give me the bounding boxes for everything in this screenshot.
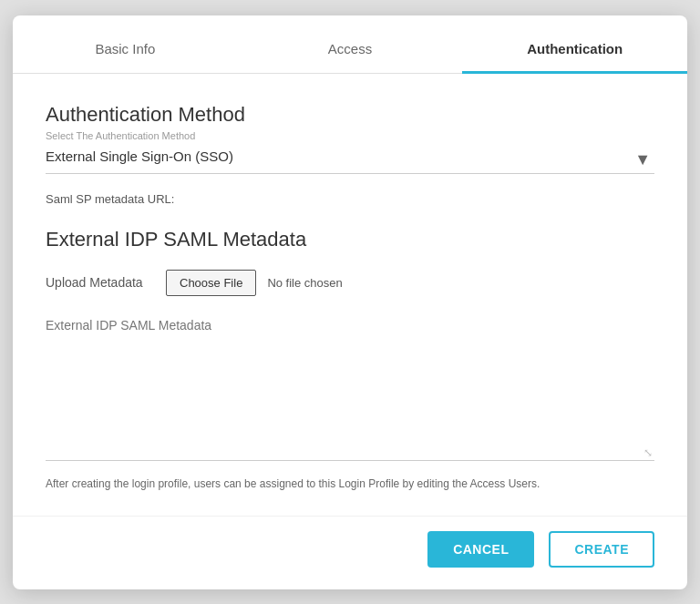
auth-field-label: Select The Authentication Method bbox=[46, 130, 654, 141]
upload-row: Upload Metadata Choose File No file chos… bbox=[46, 270, 654, 296]
tab-access[interactable]: Access bbox=[238, 15, 463, 74]
tab-authentication[interactable]: Authentication bbox=[462, 15, 687, 74]
auth-method-value: External Single Sign-On (SSO) bbox=[46, 147, 654, 166]
no-file-text: No file chosen bbox=[267, 276, 342, 290]
external-idp-title: External IDP SAML Metadata bbox=[46, 228, 654, 251]
tab-basic-info[interactable]: Basic Info bbox=[13, 15, 238, 74]
metadata-textarea-wrapper: ⤡ bbox=[46, 318, 654, 462]
cancel-button[interactable]: CANCEL bbox=[427, 531, 534, 568]
create-button[interactable]: CREATE bbox=[549, 531, 654, 568]
modal-overlay: Basic Info Access Authentication Authent… bbox=[0, 0, 700, 604]
tab-bar: Basic Info Access Authentication bbox=[13, 15, 687, 74]
saml-url-label: Saml SP metadata URL: bbox=[46, 192, 654, 206]
resize-icon: ⤡ bbox=[643, 446, 653, 459]
choose-file-button[interactable]: Choose File bbox=[166, 270, 256, 296]
modal-body: Authentication Method Select The Authent… bbox=[13, 74, 687, 516]
modal-dialog: Basic Info Access Authentication Authent… bbox=[13, 15, 687, 589]
upload-label: Upload Metadata bbox=[46, 275, 155, 290]
metadata-textarea[interactable] bbox=[46, 318, 654, 462]
modal-footer: CANCEL CREATE bbox=[13, 516, 687, 589]
auth-method-title: Authentication Method bbox=[46, 103, 654, 127]
info-text: After creating the login profile, users … bbox=[46, 476, 654, 493]
chevron-down-icon: ▼ bbox=[634, 150, 651, 169]
auth-method-select[interactable]: External Single Sign-On (SSO) ▼ bbox=[46, 147, 654, 174]
